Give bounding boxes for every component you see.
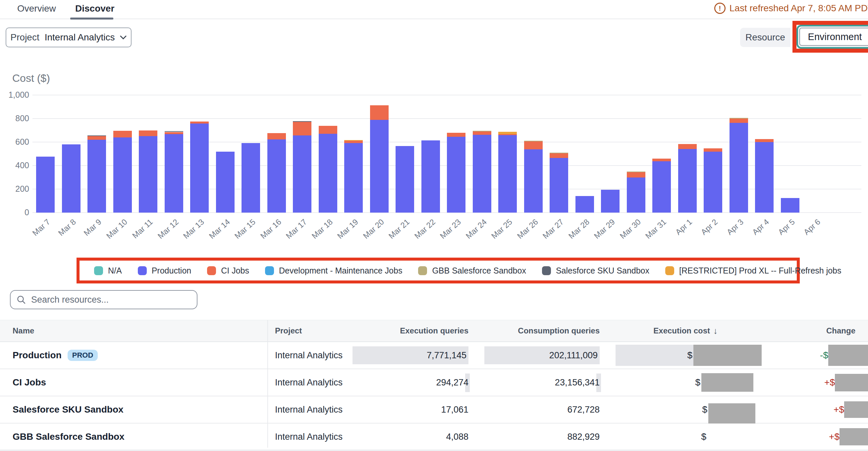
search-input[interactable] [30, 294, 191, 305]
bar-segment [524, 149, 542, 213]
tab-discover[interactable]: Discover [75, 3, 114, 14]
bar-segment [344, 140, 363, 141]
x-tick-label: Mar 24 [464, 217, 488, 241]
currency-symbol: $ [702, 404, 708, 415]
next-row-top-border [0, 450, 868, 450]
y-tick-label: 400 [1, 161, 29, 170]
bar-segment [652, 161, 671, 213]
x-tick-label: Mar 9 [82, 217, 103, 238]
consumption-queries-cell: 23,156,341 [477, 369, 600, 396]
legend-item[interactable]: CI Jobs [207, 266, 249, 276]
change-cell: +$ [805, 369, 868, 396]
bar-segment [267, 139, 286, 213]
legend-item[interactable]: Production [138, 266, 191, 276]
execution-cost-label: Execution cost [653, 326, 710, 335]
legend-color-chip [665, 266, 674, 275]
bar-segment [576, 196, 594, 213]
bar-segment [627, 178, 645, 213]
bar-segment [88, 140, 106, 213]
consumption-queries-cell: 202,111,009 [477, 342, 600, 368]
stacked-bar-chart [32, 95, 861, 213]
legend-item[interactable]: Salesforce SKU Sandbox [542, 266, 649, 276]
project-filter-value: Internal Analytics [45, 32, 115, 43]
column-header-consumption-queries[interactable]: Consumption queries [477, 320, 600, 342]
redacted-cost-value [701, 373, 753, 392]
legend-item[interactable]: Development - Maintenance Jobs [265, 266, 402, 276]
bar-segment [319, 126, 337, 134]
x-tick-label: Mar 22 [412, 217, 437, 241]
bar-segment [370, 105, 389, 120]
x-tick-label: Mar 29 [592, 217, 617, 241]
bar-segment [139, 130, 157, 136]
execution-queries-cell: 17,061 [338, 396, 468, 423]
table-row[interactable]: ProductionPRODInternal Analytics7,771,14… [0, 342, 868, 369]
resource-name-cell[interactable]: ProductionPROD [12, 342, 258, 368]
resource-name-cell[interactable]: CI Jobs [12, 369, 258, 396]
bar-segment [524, 141, 542, 141]
table-row[interactable]: GBB Salesforce SandboxInternal Analytics… [0, 423, 868, 451]
legend-label: [RESTRICTED] Prod XL -- Full-Refresh job… [679, 266, 841, 276]
warning-icon: ! [714, 3, 725, 14]
resource-name: GBB Salesforce Sandbox [12, 431, 125, 442]
table-row[interactable]: CI JobsInternal Analytics294,27423,156,3… [0, 369, 868, 396]
bar-segment [293, 121, 311, 122]
x-tick-label: Mar 31 [643, 217, 668, 241]
x-tick-label: Apr 5 [776, 217, 797, 237]
bar-segment [524, 141, 542, 149]
bar-segment [36, 157, 55, 213]
column-header-execution-cost[interactable]: Execution cost ↓ [613, 320, 718, 342]
bar-segment [88, 135, 106, 136]
x-tick-label: Mar 28 [566, 217, 591, 241]
tab-overview[interactable]: Overview [17, 3, 56, 14]
legend-item[interactable]: GBB Salesforce Sandbox [418, 266, 526, 276]
group-by-environment-button[interactable]: Environment [799, 28, 868, 46]
resource-name-cell[interactable]: GBB Salesforce Sandbox [12, 423, 258, 450]
bar-segment [370, 120, 389, 213]
bar-segment [396, 146, 414, 213]
x-tick-label: Mar 18 [310, 217, 334, 241]
legend-label: Salesforce SKU Sandbox [556, 266, 649, 276]
resource-name-cell[interactable]: Salesforce SKU Sandbox [12, 396, 258, 423]
currency-symbol: $ [687, 350, 693, 361]
redacted-change-value [828, 345, 868, 366]
bar-segment [165, 132, 183, 134]
column-header-name[interactable]: Name [12, 320, 34, 342]
resource-name: Production [12, 350, 62, 361]
bar-segment [550, 158, 568, 213]
tab-bar: Overview Discover ! Last refreshed Apr 7… [0, 0, 868, 19]
execution-cost-cell: $ [613, 369, 762, 396]
search-icon [17, 295, 26, 304]
chart-title: Cost ($) [12, 72, 50, 85]
bar-segment [473, 135, 491, 213]
legend-color-chip [207, 266, 216, 275]
highlighted-value: 202,111,009 [484, 346, 600, 364]
x-tick-label: Apr 1 [674, 217, 694, 237]
x-tick-label: Mar 19 [335, 217, 360, 241]
column-header-change[interactable]: Change [805, 320, 856, 342]
cost-dashboard: Overview Discover ! Last refreshed Apr 7… [0, 0, 868, 451]
bar-segment [216, 152, 235, 213]
table-row[interactable]: Salesforce SKU SandboxInternal Analytics… [0, 396, 868, 423]
legend-item[interactable]: N/A [94, 266, 122, 276]
x-tick-label: Mar 16 [258, 217, 283, 241]
column-header-project[interactable]: Project [275, 320, 302, 342]
environment-focus-ring: Environment [797, 25, 868, 49]
bar-segment [498, 135, 517, 213]
table-column-divider [267, 320, 268, 448]
bar-segment [165, 134, 183, 213]
column-header-execution-queries[interactable]: Execution queries [338, 320, 468, 342]
legend-color-chip [418, 266, 427, 275]
last-refreshed-text: Last refreshed Apr 7, 8:05 AM PDT [730, 3, 868, 13]
consumption-queries-cell: 882,929 [477, 423, 600, 450]
group-by-resource-button[interactable]: Resource [740, 28, 790, 47]
x-tick-label: Mar 27 [541, 217, 565, 241]
bar-segment [447, 137, 465, 213]
execution-cost-cell: $ [613, 342, 762, 368]
legend-item[interactable]: [RESTRICTED] Prod XL -- Full-Refresh job… [665, 266, 841, 276]
x-tick-label: Apr 3 [725, 217, 745, 237]
x-tick-label: Mar 30 [618, 217, 642, 241]
chart-legend-annotation-box: N/AProductionCI JobsDevelopment - Mainte… [76, 258, 800, 284]
x-tick-label: Mar 14 [207, 217, 231, 241]
x-tick-label: Mar 20 [361, 217, 385, 241]
project-filter-dropdown[interactable]: Project Internal Analytics [6, 28, 131, 47]
